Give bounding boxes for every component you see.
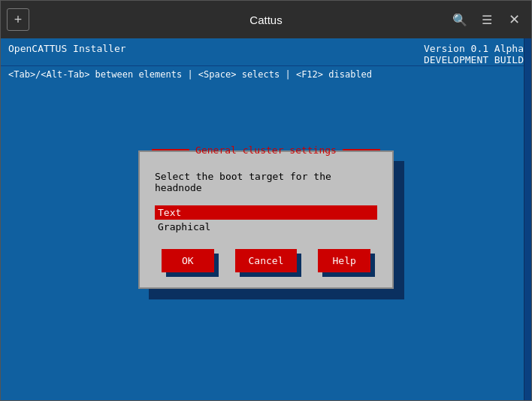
search-button[interactable]: 🔍 [449,8,471,31]
title-line-left [152,149,189,150]
ok-button[interactable]: OK [162,249,214,272]
dialog-prompt: Select the boot target for the headnode [155,171,377,193]
search-icon: 🔍 [452,13,467,27]
titlebar-left: + [7,8,29,31]
app-window: + Cattus 🔍 ☰ ✕ OpenCATTUS Installer Vers… [0,0,532,401]
dialog-shadow: General cluster settings Select the boot… [138,150,394,289]
option-text[interactable]: Text [155,205,377,220]
dialog-overlay: General cluster settings Select the boot… [1,38,531,400]
titlebar: + Cattus 🔍 ☰ ✕ [1,1,531,38]
close-button[interactable]: ✕ [503,8,525,31]
dialog-buttons: OK Cancel Help [155,249,377,272]
terminal-area: OpenCATTUS Installer Version 0.1 Alpha D… [1,38,531,400]
hamburger-icon: ☰ [482,13,492,27]
window-title: Cattus [249,14,282,26]
dialog-options: Text Graphical [155,205,377,234]
title-line-right [343,149,380,150]
cancel-button[interactable]: Cancel [235,249,298,272]
cancel-btn-wrap: Cancel [235,249,298,272]
plus-icon: + [14,12,23,28]
dialog-titlebar: General cluster settings [140,144,392,156]
dialog-title: General cluster settings [189,144,343,156]
help-button[interactable]: Help [318,249,370,272]
help-btn-wrap: Help [318,249,370,272]
dialog: General cluster settings Select the boot… [138,150,394,289]
menu-button[interactable]: ☰ [476,8,498,31]
close-icon: ✕ [509,11,520,28]
ok-btn-wrap: OK [162,249,214,272]
titlebar-right: 🔍 ☰ ✕ [449,8,525,31]
scrollbar[interactable] [524,38,531,400]
option-graphical[interactable]: Graphical [155,220,377,234]
dialog-body: Select the boot target for the headnode … [140,163,392,287]
new-tab-button[interactable]: + [7,8,29,31]
